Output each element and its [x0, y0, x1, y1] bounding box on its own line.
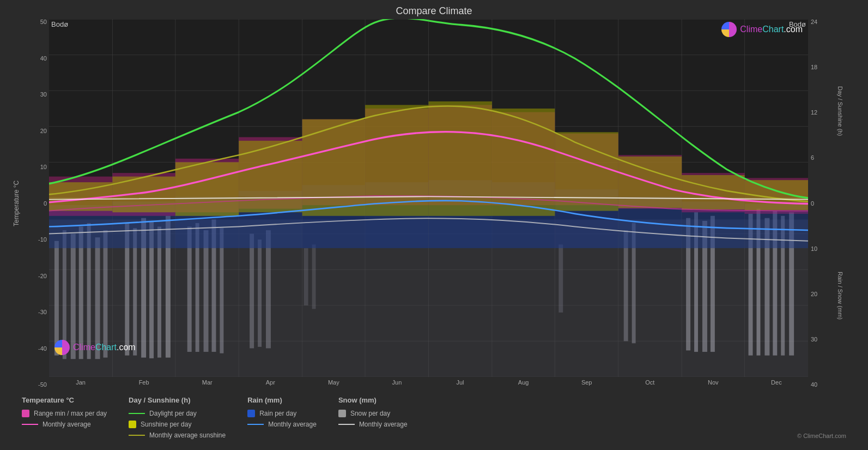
legend-rain-title: Rain (mm): [247, 396, 317, 404]
x-label-mar: Mar: [175, 379, 239, 386]
x-label-dec: Dec: [745, 379, 808, 386]
x-label-may: May: [302, 379, 365, 386]
copyright-text: © ClimeChart.com: [797, 433, 846, 439]
legend-rain-avg-label: Monthly average: [268, 421, 317, 428]
legend-snow-title: Snow (mm): [338, 396, 408, 404]
y-axis-left-label: Temperature °C: [11, 19, 22, 388]
legend-rain-avg: Monthly average: [247, 421, 317, 428]
legend-daylight: Daylight per day: [129, 410, 226, 417]
legend-sunshine-swatch: [129, 421, 136, 428]
x-label-oct: Oct: [618, 379, 682, 386]
legend-snow: Snow (mm) Snow per day Monthly average: [338, 396, 408, 439]
legend-snow-per-day-label: Snow per day: [350, 410, 390, 417]
legend-temp-avg: Monthly average: [22, 421, 107, 428]
svg-rect-39: [204, 230, 209, 352]
x-label-jun: Jun: [365, 379, 428, 386]
y-tick-40: 40: [40, 56, 47, 62]
brand-text-bottom: ClimeChart.com: [73, 343, 136, 352]
chart-title: Compare Climate: [11, 5, 857, 17]
x-label-sep: Sep: [555, 379, 618, 386]
y-tick-n10: -10: [38, 237, 47, 243]
legend-temp-title: Temperature °C: [22, 396, 107, 404]
legend: Temperature °C Range min / max per day M…: [11, 391, 857, 445]
svg-rect-47: [559, 244, 563, 313]
legend-temp-range-label: Range min / max per day: [34, 410, 107, 417]
y-tick-right-30: 30: [811, 337, 835, 343]
svg-rect-30: [104, 230, 108, 358]
svg-rect-43: [258, 239, 262, 347]
y-tick-n20: -20: [38, 273, 47, 279]
legend-sunshine-title: Day / Sunshine (h): [129, 396, 226, 404]
legend-temp-avg-label: Monthly average: [43, 421, 91, 428]
y-tick-50: 50: [40, 19, 47, 25]
y-tick-0: 0: [44, 201, 47, 207]
svg-rect-90: [429, 101, 492, 216]
legend-rain-per-day-label: Rain per day: [259, 410, 296, 417]
y-tick-n50: -50: [38, 382, 47, 388]
svg-rect-86: [175, 162, 239, 215]
x-label-feb: Feb: [112, 379, 175, 386]
y-tick-right-40: 40: [811, 382, 835, 388]
svg-rect-89: [365, 105, 428, 215]
x-label-aug: Aug: [492, 379, 555, 386]
y-tick-30: 30: [40, 92, 47, 98]
svg-rect-87: [239, 141, 302, 212]
y-axis-right-sunshine-label: Day / Sunshine (h): [835, 19, 845, 203]
svg-rect-42: [250, 234, 254, 349]
legend-daylight-line: [129, 413, 145, 414]
legend-rain-swatch: [247, 410, 255, 417]
brand-icon-top: [721, 22, 737, 37]
brand-icon-bottom: [54, 340, 70, 355]
x-label-apr: Apr: [239, 379, 302, 386]
svg-rect-46: [312, 244, 316, 309]
y-tick-right-0: 0: [811, 201, 835, 207]
y-axis-right-rain-label: Rain / Snow (mm): [835, 203, 845, 388]
legend-sunshine-avg-line: [129, 435, 145, 436]
legend-rain-per-day: Rain per day: [247, 410, 317, 417]
x-label-jan: Jan: [49, 379, 112, 386]
main-chart: Bodø Bodø ClimeChart.com ClimeChart.com: [49, 19, 808, 388]
legend-rain: Rain (mm) Rain per day Monthly average: [247, 396, 317, 439]
legend-sunshine: Day / Sunshine (h) Daylight per day Suns…: [129, 396, 226, 439]
y-tick-right-6: 6: [811, 155, 835, 161]
y-tick-right-12: 12: [811, 110, 835, 116]
svg-rect-45: [304, 248, 308, 305]
legend-temperature: Temperature °C Range min / max per day M…: [22, 396, 107, 439]
legend-temp-avg-line: [22, 424, 38, 425]
brand-text-top: ClimeChart.com: [740, 25, 803, 34]
legend-sunshine-per-day-label: Sunshine per day: [141, 421, 191, 428]
page-wrapper: Compare Climate Temperature °C 50 40 30 …: [0, 0, 868, 450]
location-label-left: Bodø: [51, 20, 68, 28]
y-tick-n40: -40: [38, 346, 47, 352]
legend-sunshine-avg: Monthly average sunshine: [129, 431, 226, 439]
legend-temp-range-swatch: [22, 410, 29, 417]
y-tick-20: 20: [40, 128, 47, 134]
legend-snow-avg-label: Monthly average: [359, 421, 408, 428]
legend-sunshine-per-day: Sunshine per day: [129, 421, 226, 428]
legend-snow-per-day: Snow per day: [338, 410, 408, 417]
y-tick-n30: -30: [38, 309, 47, 315]
legend-rain-avg-line: [247, 424, 264, 425]
legend-snow-swatch: [338, 410, 346, 417]
watermark-top-right: ClimeChart.com: [721, 22, 803, 37]
legend-temp-range: Range min / max per day: [22, 410, 107, 417]
legend-daylight-label: Daylight per day: [149, 410, 197, 417]
y-tick-right-18: 18: [811, 64, 835, 70]
y-tick-right-10: 10: [811, 246, 835, 252]
legend-snow-avg: Monthly average: [338, 421, 408, 428]
x-label-jul: Jul: [428, 379, 491, 386]
climate-chart-svg: [49, 19, 808, 377]
y-tick-right-24: 24: [811, 19, 835, 25]
x-axis: Jan Feb Mar Apr May Jun Jul Aug Sep Oct …: [49, 377, 808, 388]
watermark-bottom-left: ClimeChart.com: [54, 340, 136, 355]
legend-snow-avg-line: [338, 424, 355, 425]
y-tick-right-20: 20: [811, 291, 835, 297]
legend-sunshine-avg-label: Monthly average sunshine: [149, 431, 226, 439]
svg-rect-92: [555, 132, 618, 211]
y-tick-10: 10: [40, 164, 47, 170]
x-label-nov: Nov: [682, 379, 745, 386]
svg-rect-24: [54, 241, 59, 356]
